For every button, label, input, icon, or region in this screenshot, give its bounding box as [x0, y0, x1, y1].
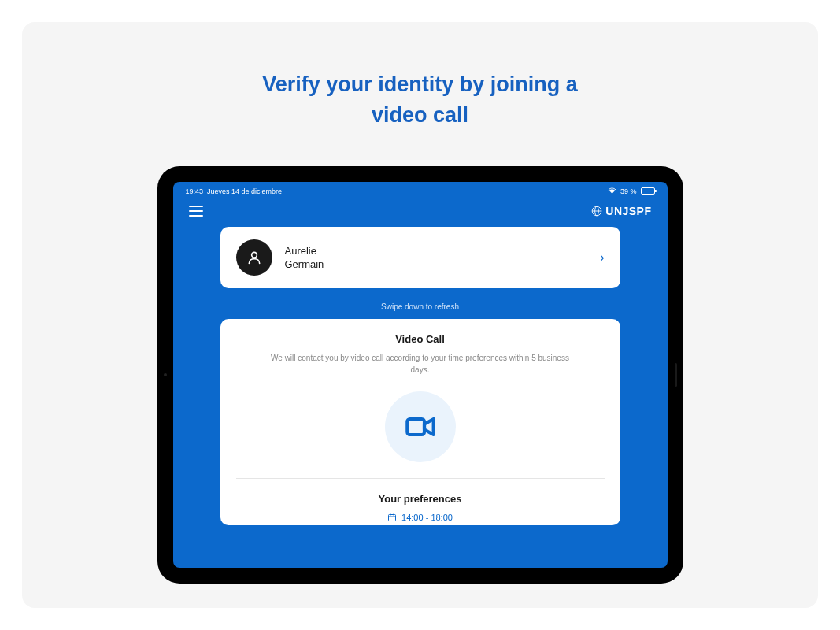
- promo-container: Verify your identity by joining a video …: [22, 22, 818, 608]
- preferences-title: Your preferences: [244, 493, 597, 505]
- refresh-hint: Swipe down to refresh: [220, 302, 620, 311]
- profile-card[interactable]: Aurelie Germain ›: [220, 227, 620, 288]
- content-area: Aurelie Germain › Swipe down to refresh …: [173, 227, 668, 525]
- divider: [236, 478, 605, 479]
- wifi-icon: [608, 187, 616, 195]
- brand-text: UNJSPF: [605, 205, 651, 217]
- headline: Verify your identity by joining a video …: [262, 69, 578, 131]
- profile-first-name: Aurelie: [285, 244, 588, 258]
- video-camera-icon: [405, 411, 436, 443]
- video-call-title: Video Call: [244, 333, 597, 345]
- headline-line2: video call: [372, 103, 468, 127]
- svg-rect-5: [389, 515, 396, 521]
- status-battery-pct: 39 %: [620, 187, 637, 195]
- tablet-camera-right: [675, 363, 677, 387]
- tablet-camera-left: [164, 373, 167, 376]
- profile-last-name: Germain: [285, 258, 588, 272]
- app-header: UNJSPF: [173, 198, 668, 227]
- avatar: [236, 239, 272, 276]
- brand-logo: UNJSPF: [591, 205, 651, 217]
- preferences-time: 14:00 - 18:00: [244, 513, 597, 525]
- status-time: 19:43: [186, 187, 204, 195]
- tablet-frame: 19:43 Jueves 14 de diciembre 39 %: [157, 166, 683, 584]
- menu-button[interactable]: [189, 206, 203, 217]
- svg-rect-4: [407, 419, 424, 435]
- headline-line1: Verify your identity by joining a: [262, 72, 578, 96]
- status-date: Jueves 14 de diciembre: [207, 187, 282, 195]
- svg-point-3: [251, 253, 257, 258]
- chevron-right-icon: ›: [600, 250, 604, 265]
- status-bar-right: 39 %: [608, 187, 655, 195]
- status-bar-left: 19:43 Jueves 14 de diciembre: [186, 187, 283, 195]
- calendar-icon: [387, 513, 397, 522]
- video-call-description: We will contact you by video call accord…: [271, 353, 570, 376]
- person-icon: [246, 250, 262, 265]
- video-call-icon-circle[interactable]: [385, 391, 456, 462]
- globe-icon: [591, 206, 602, 217]
- preferences-time-value: 14:00 - 18:00: [401, 513, 453, 522]
- tablet-screen: 19:43 Jueves 14 de diciembre 39 %: [173, 182, 668, 568]
- status-bar: 19:43 Jueves 14 de diciembre 39 %: [173, 182, 668, 198]
- battery-icon: [641, 187, 655, 195]
- video-call-card: Video Call We will contact you by video …: [220, 319, 620, 525]
- profile-name: Aurelie Germain: [285, 244, 588, 272]
